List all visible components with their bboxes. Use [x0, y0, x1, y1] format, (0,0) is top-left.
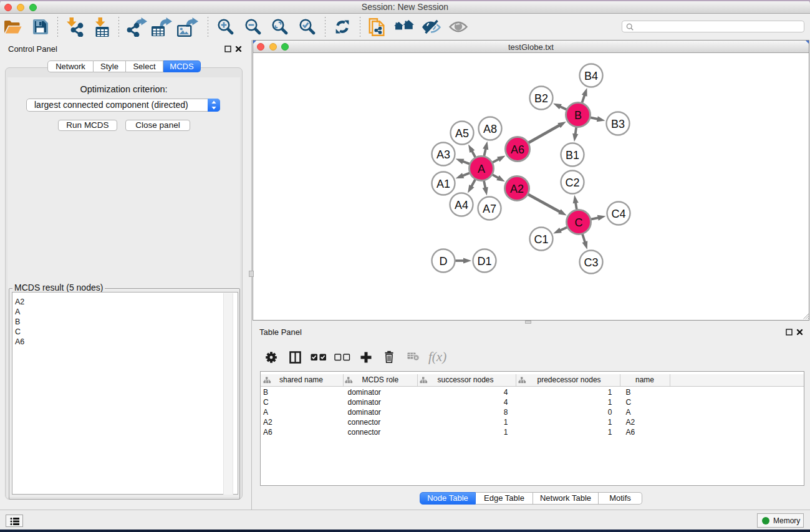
svg-text:A: A	[478, 163, 485, 175]
svg-text:C3: C3	[584, 256, 598, 269]
svg-text:C1: C1	[534, 233, 548, 246]
svg-text:A4: A4	[455, 199, 468, 211]
svg-text:C2: C2	[565, 177, 579, 189]
svg-text:A7: A7	[483, 203, 496, 215]
svg-text:A8: A8	[483, 123, 497, 135]
svg-text:A5: A5	[455, 127, 469, 140]
svg-text:C: C	[575, 216, 583, 229]
svg-text:B1: B1	[566, 149, 579, 162]
svg-text:B: B	[574, 109, 582, 122]
svg-text:A6: A6	[511, 143, 524, 156]
svg-text:A2: A2	[510, 183, 524, 195]
svg-text:A1: A1	[436, 178, 450, 190]
svg-text:D: D	[440, 255, 448, 268]
svg-text:D1: D1	[477, 255, 491, 268]
svg-text:B2: B2	[534, 92, 548, 105]
svg-text:C4: C4	[611, 208, 625, 220]
svg-text:B4: B4	[584, 70, 598, 82]
svg-text:B3: B3	[611, 118, 625, 130]
svg-text:A3: A3	[436, 148, 450, 161]
